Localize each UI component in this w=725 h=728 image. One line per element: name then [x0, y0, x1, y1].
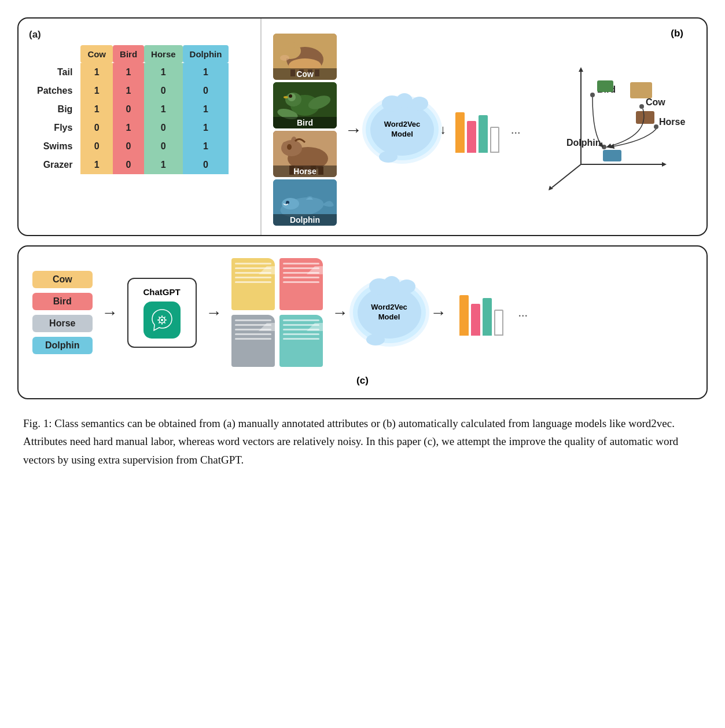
vbar-c-pink	[471, 304, 480, 336]
vector-bars-c	[459, 289, 503, 336]
arrow-to-docs: →	[206, 303, 222, 322]
tag-cow: Cow	[32, 271, 93, 288]
animal-card-dolphin: Dolphin	[273, 179, 337, 226]
doc-yellow	[231, 258, 275, 310]
animal-tags: Cow Bird Horse Dolphin	[32, 271, 93, 354]
arrow-to-vectors-c: →	[430, 303, 447, 322]
vbar-teal	[479, 115, 488, 153]
documents-group	[231, 258, 323, 367]
vbar-pink	[467, 121, 476, 153]
vbar-c-teal	[483, 298, 492, 336]
header-horse: Horse	[144, 45, 183, 63]
vbar-white	[490, 127, 499, 153]
caption-text: Fig. 1: Class semantics can be obtained …	[23, 417, 678, 466]
svg-rect-47	[636, 111, 654, 124]
top-row: (a) Cow Bird Horse Dolphin Tail 1 1	[17, 17, 708, 236]
panel-b-content: Cow Bird	[273, 34, 695, 226]
header-bird: Bird	[113, 45, 144, 63]
panel-a-label: (a)	[29, 29, 252, 41]
panel-b: (b)	[262, 19, 706, 235]
animal-card-horse: Horse	[273, 131, 337, 177]
arrow-from-model: ↓	[440, 122, 446, 137]
attribute-table: Cow Bird Horse Dolphin Tail 1 1 1 1	[29, 45, 229, 174]
arrow-to-model-c: →	[332, 303, 348, 322]
table-row: Grazer 1 0 1 0	[29, 156, 229, 174]
table-row: Patches 1 1 0 0	[29, 82, 229, 100]
svg-marker-36	[579, 67, 583, 72]
doc-gray	[231, 315, 275, 367]
chatgpt-box: ChatGPT	[127, 278, 197, 348]
svg-point-18	[284, 96, 288, 98]
tag-horse: Horse	[32, 315, 93, 332]
doc-pink	[279, 258, 323, 310]
panel-a: (a) Cow Bird Horse Dolphin Tail 1 1	[19, 19, 262, 235]
svg-text:Horse: Horse	[659, 117, 685, 127]
panel-c-content: Cow Bird Horse Dolphin → ChatGPT	[32, 258, 693, 367]
vbar-orange	[455, 112, 465, 153]
arrow-to-model: →	[345, 120, 362, 139]
svg-marker-34	[662, 162, 667, 167]
cow-label: Cow	[273, 68, 337, 80]
svg-rect-50	[603, 150, 621, 161]
dots-b: ...	[511, 122, 521, 137]
svg-rect-41	[597, 80, 613, 92]
caption: Fig. 1: Class semantics can be obtained …	[17, 409, 708, 469]
svg-point-31	[282, 198, 299, 209]
bird-label: Bird	[273, 117, 337, 128]
word2vec-model-c: Word2VecModel	[358, 286, 421, 339]
svg-point-52	[161, 319, 163, 321]
svg-point-28	[287, 144, 292, 150]
animal-card-cow: Cow	[273, 34, 337, 80]
tag-dolphin: Dolphin	[32, 337, 93, 354]
svg-text:Cow: Cow	[646, 97, 665, 107]
tag-bird: Bird	[32, 293, 93, 310]
svg-line-37	[552, 164, 581, 187]
header-dolphin: Dolphin	[183, 45, 229, 63]
svg-rect-44	[630, 82, 652, 98]
svg-point-45	[654, 124, 658, 129]
animal-images-list: Cow Bird	[273, 34, 337, 226]
arrow-to-chatgpt: →	[102, 303, 118, 322]
table-row: Big 1 0 1 1	[29, 100, 229, 119]
coord-space: Bird Cow Horse Dol	[535, 49, 685, 211]
main-container: (a) Cow Bird Horse Dolphin Tail 1 1	[12, 12, 713, 475]
svg-point-26	[282, 142, 288, 152]
svg-point-42	[639, 104, 644, 109]
vbar-c-orange	[459, 295, 469, 336]
dolphin-label: Dolphin	[273, 214, 337, 226]
svg-point-17	[289, 94, 292, 98]
header-cow: Cow	[80, 45, 113, 63]
svg-point-3	[284, 43, 290, 49]
svg-point-10	[280, 55, 289, 61]
table-row: Tail 1 1 1 1	[29, 63, 229, 82]
doc-teal	[279, 315, 323, 367]
svg-text:Dolphin: Dolphin	[566, 138, 601, 148]
panel-c: Cow Bird Horse Dolphin → ChatGPT	[17, 245, 708, 399]
panel-b-label: (b)	[671, 28, 683, 39]
chatgpt-icon	[143, 302, 181, 339]
vbar-c-white	[494, 310, 503, 336]
chatgpt-label: ChatGPT	[143, 287, 180, 297]
table-row: Flys 0 1 0 1	[29, 119, 229, 137]
coord-svg: Bird Cow Horse Dol	[535, 49, 685, 211]
svg-point-39	[590, 93, 595, 97]
panel-c-label: (c)	[32, 375, 693, 387]
dots-c: ...	[518, 305, 528, 320]
animal-card-bird: Bird	[273, 82, 337, 128]
horse-label: Horse	[273, 166, 337, 177]
svg-point-4	[291, 42, 297, 48]
table-row: Swims 0 0 0 1	[29, 137, 229, 156]
word2vec-model-b: Word2VecModel	[370, 104, 434, 156]
vector-bars-b	[455, 106, 499, 153]
